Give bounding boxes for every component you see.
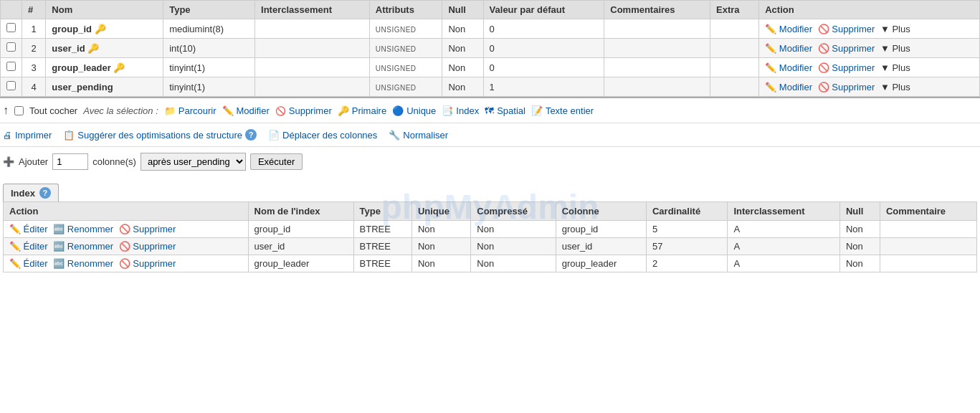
toolbar-modifier-btn[interactable]: Modifier bbox=[222, 105, 270, 116]
delete-icon-0: 🚫 bbox=[818, 24, 829, 34]
idx-renommer-btn-0[interactable]: 🔤 Renommer bbox=[53, 224, 116, 234]
idx-renommer-btn-1[interactable]: 🔤 Renommer bbox=[53, 241, 116, 252]
position-select[interactable]: après user_pendingau débutaprès group_id… bbox=[141, 153, 246, 171]
executer-button[interactable]: Exécuter bbox=[250, 153, 303, 170]
row-plus-btn-3[interactable]: ▼ Plus bbox=[880, 82, 910, 92]
primaire-label: Primaire bbox=[352, 105, 386, 116]
colonnes-label: colonne(s) bbox=[92, 156, 136, 167]
idx-cardinalite-1: 57 bbox=[646, 238, 728, 255]
idx-col-null: Null bbox=[839, 202, 880, 221]
index-table: Action Nom de l'index Type Unique Compre… bbox=[3, 201, 977, 272]
idx-editer-btn-2[interactable]: ✏️ Éditer bbox=[9, 258, 50, 269]
index-btn[interactable]: Index bbox=[442, 105, 479, 116]
row-type-1: int(10) bbox=[163, 39, 255, 58]
row-nom-0: group_id 🔑 bbox=[46, 19, 163, 39]
idx-editer-btn-0[interactable]: ✏️ Éditer bbox=[9, 224, 50, 234]
row-num-2: 3 bbox=[22, 58, 46, 77]
modify-toolbar-icon bbox=[222, 105, 234, 116]
row-action-1: ✏️ Modifier 🚫 Supprimer ▼ Plus bbox=[759, 39, 980, 58]
toolbar-supprimer-label: Supprimer bbox=[289, 105, 332, 116]
row-null-3: Non bbox=[442, 77, 483, 97]
delete-toolbar-icon bbox=[275, 105, 286, 116]
row-supprimer-btn-0[interactable]: 🚫 Supprimer bbox=[818, 24, 877, 34]
col-header-commentaires: Commentaires bbox=[604, 1, 710, 19]
row-supprimer-btn-2[interactable]: 🚫 Supprimer bbox=[818, 62, 877, 73]
row-interclass-2 bbox=[255, 58, 370, 77]
col-header-action: Action bbox=[759, 1, 980, 19]
row-checkbox-0[interactable] bbox=[6, 23, 16, 32]
row-modifier-btn-0[interactable]: ✏️ Modifier bbox=[765, 24, 814, 34]
key-icon: 🔑 bbox=[95, 24, 106, 34]
idx-editer-btn-1[interactable]: ✏️ Éditer bbox=[9, 241, 50, 252]
row-num-1: 2 bbox=[22, 39, 46, 58]
check-all-label[interactable]: Tout cocher bbox=[29, 105, 77, 116]
idx-compresse-0: Non bbox=[471, 221, 556, 238]
parcourir-btn[interactable]: Parcourir bbox=[164, 105, 217, 116]
primaire-btn[interactable]: Primaire bbox=[338, 105, 386, 116]
col-header-default: Valeur par défaut bbox=[483, 1, 604, 19]
spatial-btn[interactable]: Spatial bbox=[485, 105, 525, 116]
col-header-num: # bbox=[22, 1, 46, 19]
unique-btn[interactable]: Unique bbox=[392, 105, 436, 116]
deplacer-btn[interactable]: Déplacer des colonnes bbox=[268, 130, 377, 141]
arrow-icon-0: ▼ bbox=[880, 24, 890, 34]
row-checkbox-3[interactable] bbox=[6, 81, 16, 90]
idx-renommer-btn-2[interactable]: 🔤 Renommer bbox=[53, 258, 116, 269]
idx-cardinalite-0: 5 bbox=[646, 221, 728, 238]
idx-compresse-2: Non bbox=[471, 255, 556, 272]
row-modifier-btn-3[interactable]: ✏️ Modifier bbox=[765, 82, 814, 92]
imprimer-btn[interactable]: Imprimer bbox=[3, 130, 52, 141]
suggerer-help-icon[interactable]: ? bbox=[245, 129, 257, 141]
idx-col-unique: Unique bbox=[411, 202, 470, 221]
row-comment-3 bbox=[604, 77, 710, 97]
row-type-2: tinyint(1) bbox=[163, 58, 255, 77]
row-modifier-btn-1[interactable]: ✏️ Modifier bbox=[765, 43, 814, 54]
idx-colonne-2: group_leader bbox=[556, 255, 646, 272]
idx-nom-1: user_id bbox=[248, 238, 353, 255]
row-supprimer-btn-3[interactable]: 🚫 Supprimer bbox=[818, 82, 877, 92]
row-type-0: mediumint(8) bbox=[163, 19, 255, 39]
row-checkbox-2[interactable] bbox=[6, 62, 16, 71]
row-modifier-btn-2[interactable]: ✏️ Modifier bbox=[765, 62, 814, 73]
row-null-0: Non bbox=[442, 19, 483, 39]
rename-icon-1: 🔤 bbox=[53, 241, 65, 252]
row-checkbox-1[interactable] bbox=[6, 42, 16, 52]
idx-supprimer-btn-1[interactable]: 🚫 Supprimer bbox=[119, 241, 176, 252]
row-supprimer-btn-1[interactable]: 🚫 Supprimer bbox=[818, 43, 877, 54]
check-all-checkbox[interactable] bbox=[14, 106, 24, 115]
add-column-input[interactable] bbox=[52, 153, 88, 170]
unique-label: Unique bbox=[406, 105, 436, 116]
index-help-icon[interactable]: ? bbox=[39, 187, 51, 199]
row-nom-2: group_leader 🔑 bbox=[46, 58, 163, 77]
delete-icon-2: 🚫 bbox=[818, 62, 829, 73]
row-plus-btn-1[interactable]: ▼ Plus bbox=[880, 43, 910, 54]
normaliser-btn[interactable]: Normaliser bbox=[389, 130, 448, 141]
row-plus-btn-0[interactable]: ▼ Plus bbox=[880, 24, 910, 34]
row-null-2: Non bbox=[442, 58, 483, 77]
idx-cardinalite-2: 2 bbox=[646, 255, 728, 272]
col-header-nom: Nom bbox=[46, 1, 163, 19]
scroll-up-icon[interactable]: ↑ bbox=[3, 104, 9, 117]
row-plus-btn-2[interactable]: ▼ Plus bbox=[880, 62, 910, 73]
row-extra-1 bbox=[710, 39, 759, 58]
toolbar-supprimer-btn[interactable]: Supprimer bbox=[275, 105, 332, 116]
idx-delete-icon-1: 🚫 bbox=[119, 241, 130, 252]
spatial-label: Spatial bbox=[497, 105, 525, 116]
row-null-1: Non bbox=[442, 39, 483, 58]
arrow-icon-2: ▼ bbox=[880, 62, 890, 73]
row-type-3: tinyint(1) bbox=[163, 77, 255, 97]
texte-entier-btn[interactable]: Texte entier bbox=[531, 105, 594, 116]
normaliser-label: Normaliser bbox=[403, 130, 448, 141]
idx-supprimer-btn-2[interactable]: 🚫 Supprimer bbox=[119, 258, 176, 269]
row-interclass-1 bbox=[255, 39, 370, 58]
suggerer-btn[interactable]: Suggérer des optimisations de structure … bbox=[63, 129, 257, 141]
row-interclass-3 bbox=[255, 77, 370, 97]
row-comment-0 bbox=[604, 19, 710, 39]
index-tab[interactable]: Index ? bbox=[3, 184, 59, 201]
row-nom-3: user_pending bbox=[46, 77, 163, 97]
add-column-row: Ajouter colonne(s) après user_pendingau … bbox=[0, 147, 980, 176]
idx-supprimer-btn-0[interactable]: 🚫 Supprimer bbox=[119, 224, 176, 234]
ajouter-label: Ajouter bbox=[19, 156, 48, 167]
idx-col-compresse: Compressé bbox=[471, 202, 556, 221]
idx-col-colonne: Colonne bbox=[556, 202, 646, 221]
